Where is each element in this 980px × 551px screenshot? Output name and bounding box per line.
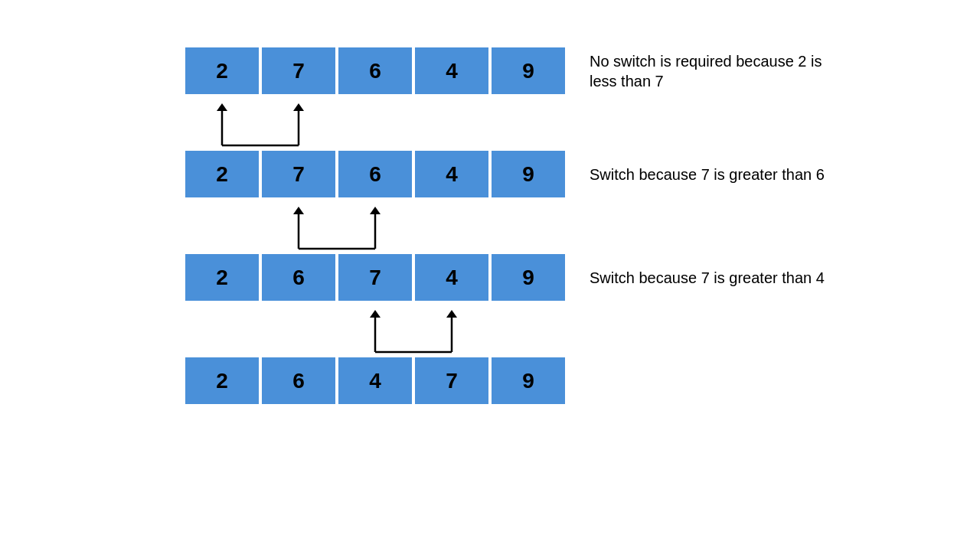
cell-r1-c5: 9 <box>490 46 567 96</box>
cell-r4-c3: 4 <box>337 356 413 406</box>
arrow-container-3 <box>184 302 570 356</box>
arrow-container-1 <box>184 96 570 149</box>
row-group-2: 27649Switch because 7 is greater than 6 <box>184 149 825 253</box>
cell-r4-c4: 7 <box>413 356 490 406</box>
cell-r3-c3: 7 <box>337 253 413 302</box>
main-container: 27649No switch is required because 2 is … <box>0 0 980 406</box>
array-row-3: 26749 <box>184 253 567 302</box>
svg-marker-3 <box>370 207 381 214</box>
cell-r1-c2: 7 <box>260 46 337 96</box>
label-3: Switch because 7 is greater than 4 <box>590 268 825 288</box>
array-with-label-4: 26479 <box>184 356 567 406</box>
cell-r3-c4: 4 <box>413 253 490 302</box>
cell-r2-c1: 2 <box>184 149 260 199</box>
cell-r4-c5: 9 <box>490 356 567 406</box>
row-group-4: 26479 <box>184 356 567 406</box>
cell-r1-c1: 2 <box>184 46 260 96</box>
svg-marker-1 <box>293 103 304 111</box>
array-with-label-2: 27649Switch because 7 is greater than 6 <box>184 149 825 199</box>
cell-r1-c3: 6 <box>337 46 413 96</box>
array-with-label-3: 26749Switch because 7 is greater than 4 <box>184 253 825 302</box>
row-group-1: 27649No switch is required because 2 is … <box>184 46 835 149</box>
array-row-4: 26479 <box>184 356 567 406</box>
cell-r2-c2: 7 <box>260 149 337 199</box>
svg-marker-2 <box>293 207 304 214</box>
arrow-svg-2 <box>184 199 570 253</box>
array-row-2: 27649 <box>184 149 567 199</box>
svg-marker-4 <box>370 310 381 318</box>
cell-r3-c5: 9 <box>490 253 567 302</box>
array-row-1: 27649 <box>184 46 567 96</box>
label-1: No switch is required because 2 is less … <box>590 51 835 91</box>
svg-marker-5 <box>446 310 457 318</box>
cell-r3-c2: 6 <box>260 253 337 302</box>
cell-r2-c3: 6 <box>337 149 413 199</box>
arrow-svg-3 <box>184 302 570 356</box>
svg-marker-0 <box>217 103 227 111</box>
cell-r4-c1: 2 <box>184 356 260 406</box>
cell-r1-c4: 4 <box>413 46 490 96</box>
cell-r4-c2: 6 <box>260 356 337 406</box>
array-with-label-1: 27649No switch is required because 2 is … <box>184 46 835 96</box>
label-2: Switch because 7 is greater than 6 <box>590 165 825 184</box>
arrow-container-2 <box>184 199 570 253</box>
arrow-svg-1 <box>184 96 570 149</box>
cell-r3-c1: 2 <box>184 253 260 302</box>
cell-r2-c5: 9 <box>490 149 567 199</box>
cell-r2-c4: 4 <box>413 149 490 199</box>
row-group-3: 26749Switch because 7 is greater than 4 <box>184 253 825 356</box>
